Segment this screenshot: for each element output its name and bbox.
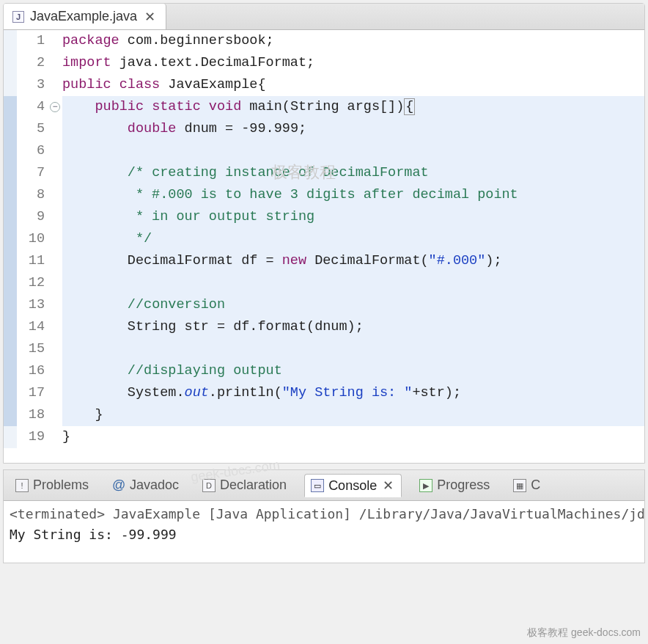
code-line[interactable]: public class JavaExample{ xyxy=(62,74,644,96)
code-line[interactable]: public static void main(String args[]){ xyxy=(62,96,644,118)
line-number: 4 xyxy=(17,96,45,118)
line-number: 19 xyxy=(17,426,45,448)
tab-label: Console xyxy=(328,478,377,494)
editor-pane: J JavaExample.java ✕ 1234567891011121314… xyxy=(3,3,645,464)
code-line[interactable] xyxy=(62,140,644,162)
code-lines[interactable]: package com.beginnersbook;import java.te… xyxy=(62,30,644,448)
declaration-icon: D xyxy=(202,479,216,492)
code-line[interactable]: double dnum = -99.999; xyxy=(62,118,644,140)
code-line[interactable]: package com.beginnersbook; xyxy=(62,30,644,52)
code-line[interactable]: } xyxy=(62,404,644,426)
code-editor[interactable]: 12345678910111213141516171819 − package … xyxy=(4,30,644,463)
code-line[interactable]: //displaying output xyxy=(62,360,644,382)
line-number: 10 xyxy=(17,228,45,250)
code-line[interactable]: import java.text.DecimalFormat; xyxy=(62,52,644,74)
code-line[interactable]: */ xyxy=(62,228,644,250)
tab-label: Progress xyxy=(437,477,490,493)
watermark: 极客教程 geek-docs.com xyxy=(527,626,641,640)
code-line[interactable]: String str = df.format(dnum); xyxy=(62,316,644,338)
tab-label: Declaration xyxy=(220,477,287,493)
code-line[interactable] xyxy=(62,338,644,360)
line-number: 3 xyxy=(17,74,45,96)
tab-label: Problems xyxy=(33,477,89,493)
code-line[interactable]: System.out.println("My String is: "+str)… xyxy=(62,382,644,404)
line-number: 1 xyxy=(17,30,45,52)
editor-tab[interactable]: J JavaExample.java ✕ xyxy=(4,4,166,29)
console-line: My String is: -99.999 xyxy=(10,524,638,545)
problems-icon: ! xyxy=(15,479,29,492)
line-number: 11 xyxy=(17,250,45,272)
tab-javadoc[interactable]: @ Javadoc xyxy=(106,475,185,496)
tab-filename: JavaExample.java xyxy=(30,9,137,24)
code-line[interactable]: * #.000 is to have 3 digits after decima… xyxy=(62,184,644,206)
line-number: 17 xyxy=(17,382,45,404)
code-line[interactable]: DecimalFormat df = new DecimalFormat("#.… xyxy=(62,250,644,272)
console-status: <terminated> JavaExample [Java Applicati… xyxy=(10,504,638,524)
line-number: 14 xyxy=(17,316,45,338)
tab-problems[interactable]: ! Problems xyxy=(10,475,95,496)
java-file-icon: J xyxy=(12,11,24,23)
bottom-pane: ! Problems @ Javadoc D Declaration ▭ Con… xyxy=(3,469,645,563)
change-marker xyxy=(4,96,17,426)
line-number: 13 xyxy=(17,294,45,316)
line-number: 2 xyxy=(17,52,45,74)
code-line[interactable] xyxy=(62,272,644,294)
line-number: 5 xyxy=(17,118,45,140)
fold-toggle-icon[interactable]: − xyxy=(50,102,60,112)
line-number: 9 xyxy=(17,206,45,228)
console-output[interactable]: <terminated> JavaExample [Java Applicati… xyxy=(4,501,644,563)
console-icon: ▭ xyxy=(311,479,324,492)
code-line[interactable]: } xyxy=(62,426,644,448)
tab-label: Javadoc xyxy=(130,477,179,493)
code-line[interactable]: * in our output string xyxy=(62,206,644,228)
bottom-tab-bar: ! Problems @ Javadoc D Declaration ▭ Con… xyxy=(4,470,644,501)
tab-declaration[interactable]: D Declaration xyxy=(196,475,292,496)
close-tab-icon[interactable]: ✕ xyxy=(381,477,395,494)
line-number: 12 xyxy=(17,272,45,294)
line-number: 8 xyxy=(17,184,45,206)
change-gutter xyxy=(4,30,17,448)
line-number-gutter: 12345678910111213141516171819 xyxy=(17,30,49,448)
line-number: 7 xyxy=(17,162,45,184)
progress-icon: ▶ xyxy=(419,479,432,492)
line-number: 6 xyxy=(17,140,45,162)
fold-gutter: − xyxy=(49,30,62,448)
tab-console[interactable]: ▭ Console ✕ xyxy=(304,474,402,497)
line-number: 16 xyxy=(17,360,45,382)
line-number: 15 xyxy=(17,338,45,360)
code-line[interactable]: //conversion xyxy=(62,294,644,316)
line-number: 18 xyxy=(17,404,45,426)
tab-label: C xyxy=(531,477,540,493)
editor-tab-bar: J JavaExample.java ✕ xyxy=(4,4,644,30)
close-tab-icon[interactable]: ✕ xyxy=(143,9,157,25)
tab-progress[interactable]: ▶ Progress xyxy=(413,475,496,496)
tab-extra[interactable]: ▦ C xyxy=(507,475,546,496)
code-line[interactable]: /* creating instance of DecimalFormat xyxy=(62,162,644,184)
extra-icon: ▦ xyxy=(513,479,526,492)
javadoc-icon: @ xyxy=(112,479,125,492)
